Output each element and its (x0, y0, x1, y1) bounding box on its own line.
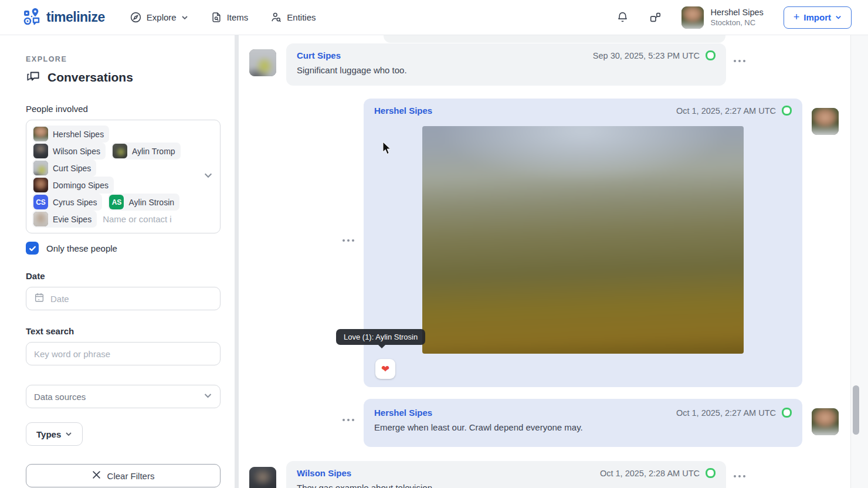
person-chip-label: Hershel Sipes (53, 130, 104, 139)
user-location: Stockton, NC (711, 18, 764, 27)
person-chip[interactable]: Evie Sipes (32, 211, 97, 228)
message-sender-link[interactable]: Curt Sipes (297, 50, 341, 60)
chevron-down-icon (65, 429, 72, 439)
reaction-heart-chip[interactable]: ❤ (375, 359, 395, 379)
people-box-chevron-icon[interactable] (204, 171, 213, 182)
message-timestamp: Sep 30, 2025, 5:23 PM UTC (593, 51, 700, 60)
jobs-icon[interactable] (649, 11, 662, 24)
person-initials-avatar: AS (109, 195, 124, 209)
nav-explore[interactable]: Explore (130, 11, 188, 23)
clear-filters-label: Clear Filters (107, 471, 155, 481)
person-chip[interactable]: Aylin Tromp (111, 143, 181, 160)
message-sender-link[interactable]: Hershel Sipes (374, 408, 432, 418)
user-profile[interactable]: Hershel Sipes Stockton, NC (681, 6, 764, 29)
imessage-icon (706, 468, 716, 478)
nav-items-label: Items (227, 12, 249, 22)
conversations-icon (26, 69, 41, 86)
logo-cluster-icon (23, 8, 41, 28)
chevron-down-icon (204, 391, 212, 402)
message-bubble: Hershel Sipes Oct 1, 2025, 2:27 AM UTC E… (364, 399, 802, 447)
sidebar-divider (235, 35, 239, 488)
person-chip-label: Aylin Tromp (132, 147, 175, 156)
text-search-label: Text search (26, 326, 221, 336)
message-avatar (249, 49, 276, 76)
x-icon (92, 470, 101, 481)
page-title: Conversations (48, 70, 133, 84)
person-initials-avatar: CS (33, 195, 48, 209)
logo-text: timelinize (46, 9, 105, 25)
nav-entities-label: Entities (287, 12, 316, 22)
import-button[interactable]: + Import (784, 6, 852, 29)
nav-items[interactable]: Items (211, 11, 249, 23)
person-chip-label: Evie Sipes (53, 215, 91, 224)
notifications-bell-icon[interactable] (616, 11, 629, 23)
reaction-tooltip: Love (1): Aylin Strosin (336, 329, 425, 345)
app-logo[interactable]: timelinize (23, 8, 105, 28)
person-chip-label: Curt Sipes (53, 164, 91, 173)
nav-entities[interactable]: Entities (270, 11, 316, 23)
people-filter-box: Hershel Sipes Wilson Sipes Aylin Tromp C… (26, 120, 221, 233)
message-options-button[interactable] (340, 416, 357, 423)
user-avatar (681, 6, 704, 29)
data-sources-label: Data sources (34, 392, 86, 402)
imessage-icon (706, 50, 716, 60)
message-timestamp: Oct 1, 2025, 2:27 AM UTC (676, 408, 776, 418)
clear-filters-button[interactable]: Clear Filters (26, 464, 221, 487)
person-chip[interactable]: Domingo Sipes (32, 177, 114, 194)
message-bubble: Hershel Sipes Oct 1, 2025, 2:27 AM UTC (364, 99, 802, 387)
person-chip-label: Cyrus Sipes (53, 198, 97, 207)
person-search-input[interactable] (103, 214, 185, 224)
chevron-down-icon (181, 14, 188, 21)
person-avatar (33, 161, 48, 175)
nav-explore-label: Explore (147, 12, 177, 22)
types-button[interactable]: Types (26, 422, 83, 446)
file-search-icon (211, 11, 222, 23)
compass-icon (130, 11, 142, 23)
person-avatar (113, 144, 127, 158)
message-avatar (812, 408, 839, 435)
person-avatar (33, 212, 48, 226)
message-avatar (249, 467, 276, 488)
person-chip-label: Domingo Sipes (53, 181, 108, 190)
person-chip[interactable]: Hershel Sipes (32, 126, 109, 143)
message-bubble: Curt Sipes Sep 30, 2025, 5:23 PM UTC Sig… (286, 43, 726, 86)
person-avatar (33, 144, 48, 158)
message-text: They gas example about television. (297, 482, 716, 488)
user-name: Hershel Sipes (711, 8, 764, 17)
text-search-input[interactable] (34, 349, 212, 359)
text-search-box (26, 342, 221, 365)
person-avatar (33, 127, 48, 141)
section-label: EXPLORE (26, 55, 221, 63)
chevron-down-icon (835, 12, 842, 22)
message-sender-link[interactable]: Wilson Sipes (297, 468, 351, 478)
data-sources-select[interactable]: Data sources (26, 385, 221, 408)
heart-icon: ❤ (381, 363, 389, 375)
only-these-people-label: Only these people (46, 243, 117, 253)
message-options-button[interactable] (731, 57, 748, 65)
message-options-button[interactable] (340, 237, 357, 244)
message-text: Significant luggage who too. (297, 65, 716, 76)
message-options-button[interactable] (731, 473, 748, 480)
people-involved-label: People involved (26, 104, 221, 114)
person-chip[interactable]: Curt Sipes (32, 160, 96, 177)
import-button-label: Import (803, 12, 831, 22)
person-chip-label: Wilson Sipes (53, 147, 100, 156)
scrollbar-track (850, 35, 868, 488)
imessage-icon (782, 106, 792, 116)
types-button-label: Types (36, 429, 61, 439)
person-search-icon (270, 11, 282, 23)
partial-message-bubble (384, 35, 725, 43)
person-chip[interactable]: CS Cyrus Sipes (32, 194, 102, 211)
date-input-box (26, 287, 221, 310)
person-chip[interactable]: Wilson Sipes (32, 143, 106, 160)
filters-sidebar: EXPLORE Conversations People involved He… (0, 35, 235, 488)
main-nav: Explore Items Entities (130, 11, 316, 23)
person-chip[interactable]: AS Aylin Strosin (108, 194, 179, 211)
scrollbar-thumb[interactable] (853, 385, 859, 435)
imessage-icon (782, 408, 792, 418)
date-input[interactable] (50, 294, 212, 304)
message-sender-link[interactable]: Hershel Sipes (374, 106, 432, 116)
message-timestamp: Oct 1, 2025, 2:28 AM UTC (600, 469, 700, 478)
message-photo-attachment[interactable] (422, 126, 744, 354)
only-these-people-checkbox[interactable] (26, 242, 39, 255)
